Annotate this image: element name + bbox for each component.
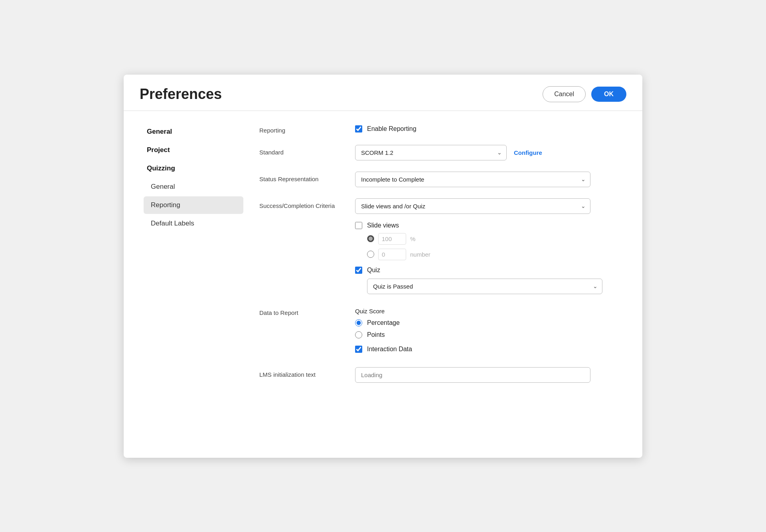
configure-link[interactable]: Configure xyxy=(514,149,542,156)
dialog-header: Preferences Cancel OK xyxy=(124,75,642,111)
quiz-score-label: Quiz Score xyxy=(355,308,626,314)
enable-reporting-checkbox[interactable] xyxy=(355,125,362,133)
interaction-data-label: Interaction Data xyxy=(367,346,412,353)
header-buttons: Cancel OK xyxy=(543,86,626,102)
quiz-checkbox-row: Quiz xyxy=(355,264,626,274)
interaction-data-checkbox[interactable] xyxy=(355,346,362,353)
success-completion-control: Slide views and /or Quiz Slide views onl… xyxy=(355,198,626,294)
standard-select-row: SCORM 1.2 SCORM 2004 AICC xAPI ⌄ Configu… xyxy=(355,145,626,160)
slide-views-number-radio[interactable] xyxy=(367,251,374,258)
status-representation-select[interactable]: Incomplete to Complete Passed/Failed Com… xyxy=(355,172,590,187)
success-completion-label: Success/Completion Criteria xyxy=(259,198,355,209)
lms-init-control xyxy=(355,367,626,383)
reporting-row: Reporting Enable Reporting xyxy=(259,123,626,134)
standard-control: SCORM 1.2 SCORM 2004 AICC xAPI ⌄ Configu… xyxy=(355,145,626,160)
standard-select-wrap: SCORM 1.2 SCORM 2004 AICC xAPI ⌄ xyxy=(355,145,507,160)
success-completion-row: Success/Completion Criteria Slide views … xyxy=(259,198,626,294)
percentage-option: Percentage xyxy=(355,319,626,326)
data-to-report-control: Quiz Score Percentage Points Interaction… xyxy=(355,305,626,356)
sidebar-item-general-top[interactable]: General xyxy=(140,123,243,140)
interaction-data-row: Interaction Data xyxy=(355,343,626,353)
data-to-report-label: Data to Report xyxy=(259,305,355,316)
sidebar-item-default-labels[interactable]: Default Labels xyxy=(144,215,243,232)
number-unit: number xyxy=(410,251,430,258)
status-representation-control: Incomplete to Complete Passed/Failed Com… xyxy=(355,172,626,187)
standard-label: Standard xyxy=(259,145,355,156)
dialog-body: General Project Quizzing General Reporti… xyxy=(124,111,642,458)
content-area: Reporting Enable Reporting Standard SCOR… xyxy=(251,123,642,458)
dialog-title: Preferences xyxy=(140,86,222,103)
slide-views-percent-input[interactable] xyxy=(378,233,406,245)
preferences-dialog: Preferences Cancel OK General Project Qu… xyxy=(124,75,642,458)
quiz-checkbox-label: Quiz xyxy=(367,267,380,274)
percentage-label: Percentage xyxy=(367,319,400,326)
standard-row: Standard SCORM 1.2 SCORM 2004 AICC xAPI … xyxy=(259,145,626,160)
status-representation-label: Status Representation xyxy=(259,172,355,182)
sidebar: General Project Quizzing General Reporti… xyxy=(124,123,251,458)
quiz-checkbox[interactable] xyxy=(355,267,362,274)
success-select-wrap: Slide views and /or Quiz Slide views onl… xyxy=(355,198,590,214)
data-to-report-row: Data to Report Quiz Score Percentage Poi… xyxy=(259,305,626,356)
enable-reporting-label: Enable Reporting xyxy=(367,125,417,133)
status-select-wrap: Incomplete to Complete Passed/Failed Com… xyxy=(355,172,590,187)
enable-reporting-row: Enable Reporting xyxy=(355,123,626,133)
slide-views-section: Slide views % number xyxy=(355,220,626,260)
points-radio[interactable] xyxy=(355,331,362,338)
lms-init-input[interactable] xyxy=(355,367,590,383)
lms-init-label: LMS initialization text xyxy=(259,367,355,378)
quiz-select-wrap: Quiz is Passed Quiz is Complete Quiz is … xyxy=(367,279,602,294)
points-label: Points xyxy=(367,331,385,338)
quiz-passed-select[interactable]: Quiz is Passed Quiz is Complete Quiz is … xyxy=(367,279,602,294)
reporting-control: Enable Reporting xyxy=(355,123,626,133)
success-completion-select[interactable]: Slide views and /or Quiz Slide views onl… xyxy=(355,198,590,214)
ok-button[interactable]: OK xyxy=(591,87,626,102)
percent-unit: % xyxy=(410,235,415,242)
slide-views-checkbox[interactable] xyxy=(355,222,362,229)
slide-views-checkbox-row: Slide views xyxy=(355,220,626,229)
points-option: Points xyxy=(355,331,626,338)
sidebar-item-quizzing[interactable]: Quizzing xyxy=(140,160,243,177)
sidebar-item-project[interactable]: Project xyxy=(140,141,243,159)
sidebar-item-reporting[interactable]: Reporting xyxy=(144,196,243,214)
slide-views-options: % number xyxy=(367,233,626,260)
slide-views-label: Slide views xyxy=(367,222,399,229)
lms-init-row: LMS initialization text xyxy=(259,367,626,383)
slide-views-number-row: number xyxy=(367,249,626,260)
cancel-button[interactable]: Cancel xyxy=(543,86,586,102)
status-representation-row: Status Representation Incomplete to Comp… xyxy=(259,172,626,187)
percentage-radio[interactable] xyxy=(355,319,362,326)
quiz-dropdown-wrap: Quiz is Passed Quiz is Complete Quiz is … xyxy=(367,279,626,294)
slide-views-number-input[interactable] xyxy=(378,249,406,260)
standard-select[interactable]: SCORM 1.2 SCORM 2004 AICC xAPI xyxy=(355,145,507,160)
slide-views-percent-row: % xyxy=(367,233,626,245)
reporting-label: Reporting xyxy=(259,123,355,134)
sidebar-item-general-sub[interactable]: General xyxy=(144,178,243,196)
quiz-section: Quiz Quiz is Passed Quiz is Complete Qui… xyxy=(355,264,626,294)
slide-views-percent-radio[interactable] xyxy=(367,235,374,242)
